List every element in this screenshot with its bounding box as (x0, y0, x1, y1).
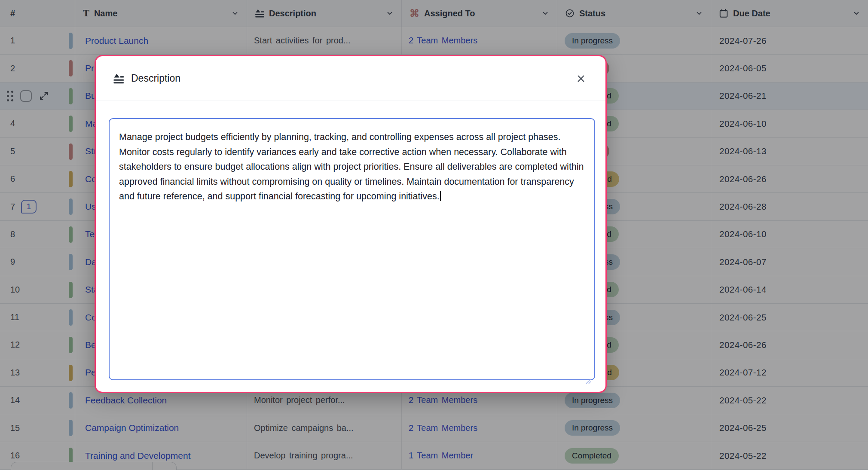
modal-header: Description (96, 56, 605, 101)
description-textarea[interactable]: Manage project budgets efficiently by pl… (109, 118, 595, 380)
description-text: Manage project budgets efficiently by pl… (119, 132, 584, 201)
modal-title: Description (131, 73, 180, 84)
long-text-icon (113, 73, 124, 84)
description-editor-modal: Description Manage project budgets effic… (95, 55, 607, 393)
close-icon[interactable] (574, 71, 588, 86)
resize-handle[interactable] (584, 377, 591, 384)
text-cursor (440, 191, 441, 201)
app-canvas: # T Name Description ⌘ (0, 0, 868, 470)
